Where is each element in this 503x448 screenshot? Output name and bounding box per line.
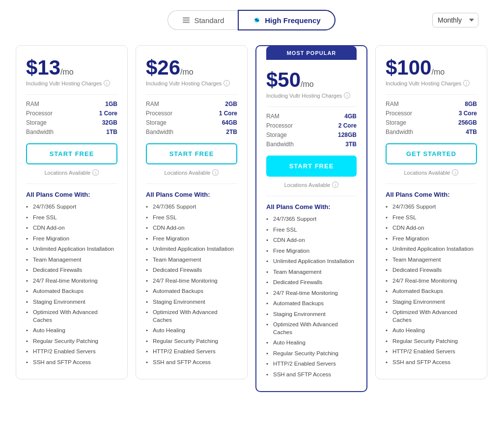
spec-label: Processor (266, 122, 293, 129)
standard-icon (182, 16, 191, 25)
locations-info-icon[interactable]: i (212, 169, 219, 176)
spec-label: Bandwidth (146, 129, 173, 135)
spec-value: 1TB (106, 129, 117, 135)
spec-label: Processor (26, 110, 53, 117)
feature-item: Unlimited Application Installation (26, 245, 117, 253)
locations: Locations Available i (386, 169, 477, 176)
billing-select[interactable]: Monthly Annually (432, 13, 478, 27)
start-free-button[interactable]: START FREE (266, 156, 357, 177)
price-period: /mo (431, 68, 445, 76)
price-period: /mo (301, 80, 314, 88)
price-row: $50/mo (266, 70, 357, 90)
feature-item: SSH and SFTP Access (26, 359, 117, 367)
feature-item: 24/7/365 Support (146, 203, 237, 211)
spec-row: Storage 32GB (26, 119, 117, 126)
feature-item: Staging Environment (146, 298, 237, 306)
feature-item: SSH and SFTP Access (266, 371, 357, 379)
feature-item: Optimized With Advanced Caches (26, 309, 117, 324)
feature-item: HTTP/2 Enabled Servers (26, 348, 117, 356)
spec-row: Storage 128GB (266, 132, 357, 138)
start-free-button[interactable]: START FREE (146, 143, 237, 164)
feature-item: Free SSL (266, 226, 357, 234)
feature-item: Dedicated Firewalls (26, 266, 117, 274)
locations-info-icon[interactable]: i (452, 169, 458, 176)
spec-value: 256GB (458, 119, 477, 126)
spec-value: 3 Core (459, 110, 477, 117)
spec-label: Storage (146, 119, 167, 126)
feature-item: Free Migration (146, 235, 237, 243)
svg-rect-1 (183, 20, 190, 21)
feature-item: SSH and SFTP Access (386, 359, 477, 367)
spec-label: Bandwidth (266, 141, 294, 148)
feature-item: Auto Healing (386, 327, 477, 335)
feature-item: 24/7/365 Support (266, 215, 357, 223)
plan-card-plan-50: MOST POPULAR $50/mo Including Vultr Host… (255, 45, 367, 392)
features-section: All Plans Come With: 24/7/365 SupportFre… (266, 196, 357, 378)
plans-container: $13/mo Including Vultr Hosting Charges i… (10, 45, 493, 392)
feature-item: Team Management (146, 256, 237, 264)
spec-value: 32GB (102, 119, 117, 126)
spec-label: Storage (386, 119, 406, 126)
features-title: All Plans Come With: (386, 191, 477, 198)
feature-item: CDN Add-on (26, 224, 117, 232)
feature-item: Automated Backups (386, 288, 477, 295)
feature-item: 24/7/365 Support (26, 203, 117, 211)
spec-row: Bandwidth 3TB (266, 141, 357, 148)
feature-item: 24/7/365 Support (386, 203, 477, 211)
spec-row: RAM 2GB (146, 101, 237, 107)
spec-row: RAM 1GB (26, 101, 117, 107)
spec-value: 4GB (344, 113, 357, 120)
price-note: Including Vultr Hosting Charges i (266, 92, 357, 99)
feature-item: Auto Healing (146, 327, 237, 335)
spec-row: Processor 3 Core (386, 110, 477, 117)
features-title: All Plans Come With: (146, 191, 237, 198)
spec-value: 4TB (466, 129, 477, 135)
tab-high-frequency[interactable]: High Frequency (238, 10, 335, 30)
feature-item: 24/7 Real-time Monitoring (26, 277, 117, 285)
feature-item: SSH and SFTP Access (146, 359, 237, 367)
features-list: 24/7/365 SupportFree SSLCDN Add-onFree M… (266, 215, 357, 378)
feature-item: Team Management (386, 256, 477, 264)
spec-row: RAM 8GB (386, 101, 477, 107)
feature-item: Unlimited Application Installation (266, 258, 357, 265)
locations: Locations Available i (146, 169, 237, 176)
spec-label: Storage (266, 132, 287, 138)
spec-label: Processor (386, 110, 412, 117)
feature-item: CDN Add-on (386, 224, 477, 232)
spec-value: 2GB (225, 101, 237, 107)
feature-item: Optimized With Advanced Caches (386, 309, 477, 324)
price-main: $100 (386, 56, 431, 79)
locations-info-icon[interactable]: i (332, 182, 338, 188)
feature-item: Free Migration (26, 235, 117, 243)
info-icon[interactable]: i (104, 80, 110, 86)
feature-item: Optimized With Advanced Caches (266, 321, 357, 336)
plan-card-plan-26: $26/mo Including Vultr Hosting Charges i… (136, 45, 248, 379)
get-started-button[interactable]: GET STARTED (386, 143, 477, 164)
feature-item: Team Management (26, 256, 117, 264)
price-note: Including Vultr Hosting Charges i (26, 80, 117, 86)
info-icon[interactable]: i (463, 80, 470, 86)
feature-item: Dedicated Firewalls (266, 279, 357, 287)
feature-item: 24/7 Real-time Monitoring (266, 290, 357, 297)
price-row: $13/mo (26, 57, 117, 78)
price-main: $26 (146, 56, 180, 79)
feature-item: Regular Security Patching (386, 338, 477, 345)
feature-item: Auto Healing (26, 327, 117, 335)
features-section: All Plans Come With: 24/7/365 SupportFre… (26, 184, 117, 366)
locations: Locations Available i (26, 169, 117, 176)
price-period: /mo (180, 68, 194, 76)
feature-item: Team Management (266, 268, 357, 276)
spec-row: Processor 2 Core (266, 122, 357, 129)
specs-table: RAM 1GB Processor 1 Core Storage 32GB Ba… (26, 94, 117, 135)
spec-label: RAM (26, 101, 39, 107)
tab-high-frequency-label: High Frequency (265, 16, 320, 25)
info-icon[interactable]: i (344, 92, 350, 99)
info-icon[interactable]: i (224, 80, 230, 86)
tab-standard[interactable]: Standard (168, 10, 238, 30)
feature-item: Automated Backups (26, 288, 117, 295)
start-free-button[interactable]: START FREE (26, 143, 117, 164)
spec-label: Bandwidth (26, 129, 54, 135)
spec-value: 64GB (222, 119, 237, 126)
feature-item: Staging Environment (386, 298, 477, 306)
locations-info-icon[interactable]: i (92, 169, 99, 176)
